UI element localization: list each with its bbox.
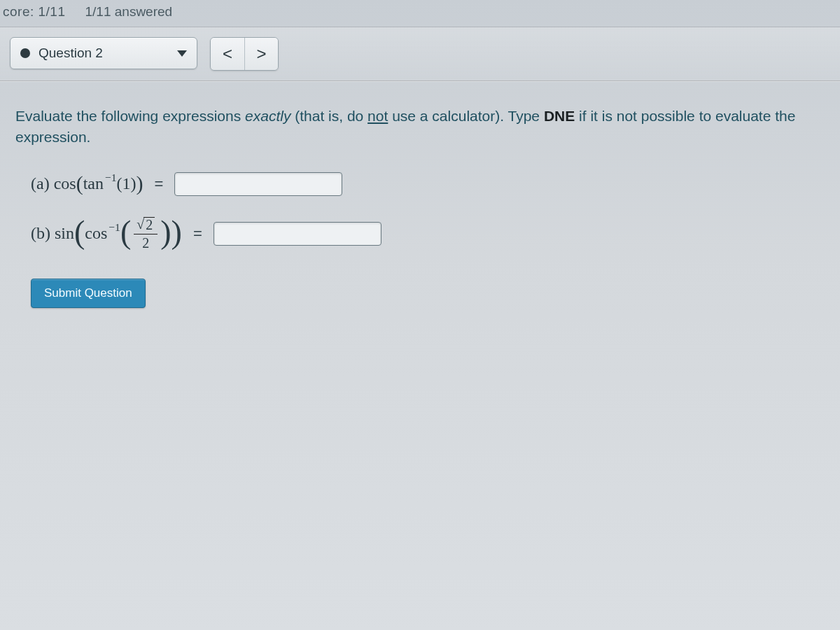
part-b-row: (b) sin ( cos −1 ( √ 2 2 ) ) = — [31, 217, 825, 251]
left-paren-icon: ( — [76, 173, 83, 194]
instructions-bold: DNE — [544, 108, 575, 124]
instructions-underline: not — [368, 108, 388, 124]
right-paren-icon: ) — [136, 173, 144, 194]
right-paren-icon: ) — [160, 216, 171, 248]
instructions-italic: exactly — [245, 108, 290, 124]
next-question-button[interactable]: > — [244, 38, 278, 70]
part-b-expression: (b) sin ( cos −1 ( √ 2 2 ) ) — [31, 217, 182, 251]
math-denominator: 2 — [142, 234, 149, 251]
part-a-answer-input[interactable] — [174, 172, 342, 196]
math-fraction: √ 2 2 — [134, 217, 158, 251]
right-paren-icon: ) — [172, 216, 182, 248]
part-a-expression: (a) cos ( tan −1 (1) ) — [31, 174, 144, 195]
left-paren-icon: ( — [74, 216, 85, 248]
question-instructions: Evaluate the following expressions exact… — [15, 106, 825, 148]
math-arg: 1 — [122, 174, 131, 193]
math-sqrt: √ 2 — [136, 217, 155, 232]
math-cos: cos — [54, 174, 76, 193]
equals-sign: = — [155, 175, 164, 193]
chevron-right-icon: > — [256, 44, 266, 64]
part-b-answer-input[interactable] — [214, 222, 382, 246]
math-exponent: −1 — [108, 221, 120, 234]
math-tan: tan — [83, 174, 104, 193]
part-b-label: (b) — [31, 224, 50, 243]
submit-question-button[interactable]: Submit Question — [31, 279, 146, 308]
math-sin: sin — [55, 224, 74, 243]
part-a-row: (a) cos ( tan −1 (1) ) = — [31, 172, 825, 196]
instructions-text: Evaluate the following expressions — [15, 108, 245, 124]
chevron-down-icon — [177, 50, 187, 57]
instructions-text: (that is, do — [290, 108, 368, 124]
status-dot-icon — [20, 48, 30, 58]
question-dropdown-label: Question 2 — [38, 46, 103, 61]
equals-sign: = — [193, 225, 202, 243]
left-paren-icon: ( — [120, 216, 131, 248]
question-dropdown[interactable]: Question 2 — [10, 37, 197, 69]
math-cos: cos — [85, 224, 107, 243]
instructions-text: use a calculator). Type — [388, 108, 544, 124]
question-nav-group: < > — [210, 37, 279, 71]
score-label: core: 1/11 — [3, 4, 66, 20]
answered-label: 1/11 answered — [85, 4, 173, 20]
math-radicand: 2 — [144, 217, 155, 232]
math-exponent: −1 — [105, 172, 117, 184]
top-status-bar: core: 1/11 1/11 answered — [0, 0, 840, 27]
chevron-left-icon: < — [223, 44, 232, 64]
question-content: Evaluate the following expressions exact… — [0, 81, 840, 332]
question-control-bar: Question 2 < > — [0, 27, 840, 81]
prev-question-button[interactable]: < — [211, 38, 244, 70]
part-a-label: (a) — [31, 174, 50, 193]
